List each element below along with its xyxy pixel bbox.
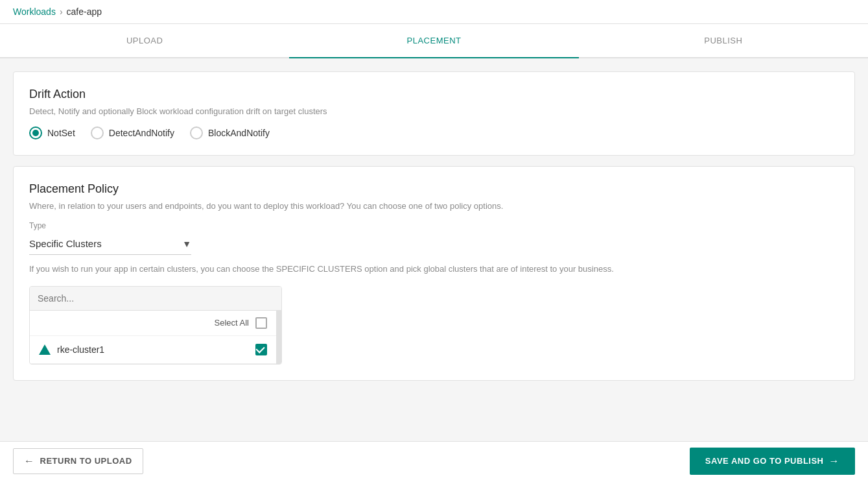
drift-action-description: Detect, Notify and optionally Block work… <box>29 106 839 116</box>
placement-hint: If you wish to run your app in certain c… <box>29 263 839 276</box>
tab-publish[interactable]: PUBLISH <box>579 24 868 57</box>
placement-policy-title: Placement Policy <box>29 182 839 196</box>
cluster-name-group: rke-cluster1 <box>39 344 104 355</box>
type-label: Type <box>29 221 839 230</box>
breadcrumb-bar: Workloads › cafe-app <box>0 0 868 24</box>
search-input[interactable] <box>38 293 274 304</box>
cluster-list-container: Select All rke-cluster1 <box>30 311 281 364</box>
radio-blockandnotify[interactable]: BlockAndNotify <box>190 126 270 139</box>
main-content: Drift Action Detect, Notify and optional… <box>0 58 868 394</box>
placement-policy-description: Where, in relation to your users and end… <box>29 201 839 211</box>
radio-detectandnotify-label: DetectAndNotify <box>109 128 174 138</box>
breadcrumb-separator: › <box>60 6 63 17</box>
placement-policy-card: Placement Policy Where, in relation to y… <box>13 166 855 381</box>
drift-action-radio-group: NotSet DetectAndNotify BlockAndNotify <box>29 126 839 139</box>
radio-notset-circle[interactable] <box>29 126 42 139</box>
radio-blockandnotify-label: BlockAndNotify <box>208 128 270 138</box>
type-select-wrapper: Specific Clusters ▼ <box>29 233 191 255</box>
table-row: rke-cluster1 <box>30 336 276 364</box>
type-select[interactable]: Specific Clusters <box>29 233 191 255</box>
breadcrumb-current: cafe-app <box>67 6 102 17</box>
select-all-row: Select All <box>30 311 276 336</box>
select-all-checkbox[interactable] <box>255 317 267 329</box>
scrollbar[interactable] <box>276 311 281 364</box>
radio-blockandnotify-circle[interactable] <box>190 126 203 139</box>
select-all-label: Select All <box>215 318 249 328</box>
search-box <box>30 287 281 311</box>
drift-action-card: Drift Action Detect, Notify and optional… <box>13 71 855 156</box>
breadcrumb-link-workloads[interactable]: Workloads <box>13 6 56 17</box>
cluster-icon <box>39 344 51 355</box>
radio-detectandnotify-circle[interactable] <box>91 126 104 139</box>
radio-detectandnotify[interactable]: DetectAndNotify <box>91 126 174 139</box>
breadcrumb: Workloads › cafe-app <box>13 6 855 17</box>
cluster-list: Select All rke-cluster1 <box>30 311 276 364</box>
cluster-name: rke-cluster1 <box>57 344 104 355</box>
cluster-picker: Select All rke-cluster1 <box>29 286 282 365</box>
cluster-checkbox-rke-cluster1[interactable] <box>255 344 267 355</box>
tab-upload[interactable]: UPLOAD <box>0 24 289 57</box>
radio-notset[interactable]: NotSet <box>29 126 75 139</box>
tabs-bar: UPLOAD PLACEMENT PUBLISH <box>0 24 868 58</box>
radio-notset-label: NotSet <box>47 128 75 138</box>
drift-action-title: Drift Action <box>29 88 839 101</box>
tab-placement[interactable]: PLACEMENT <box>289 24 578 57</box>
